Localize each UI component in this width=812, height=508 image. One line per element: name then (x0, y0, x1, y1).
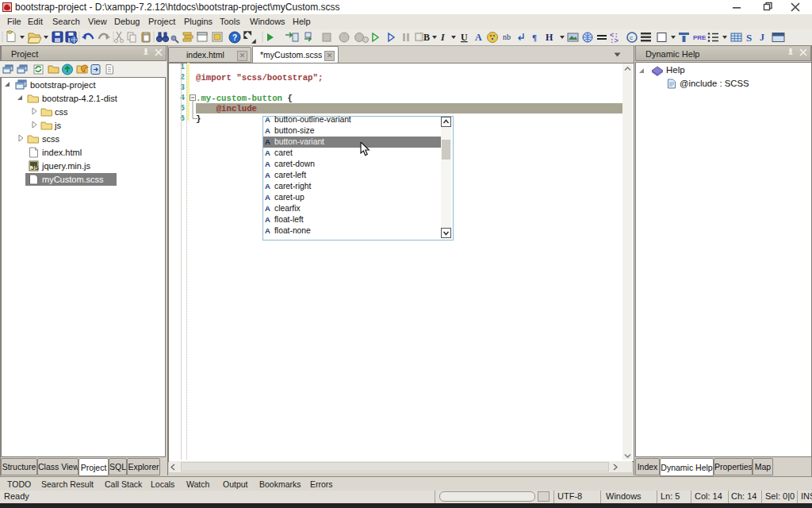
svg-text:c: c (630, 34, 633, 41)
svg-text:¶: ¶ (532, 33, 537, 42)
svg-text:JS: JS (31, 164, 39, 171)
svg-text:PRE: PRE (693, 34, 707, 41)
svg-text:H: H (546, 32, 553, 43)
svg-text:?: ? (232, 33, 237, 42)
svg-text::>: :> (610, 37, 619, 45)
svg-text:I: I (440, 32, 446, 43)
svg-text:B: B (423, 32, 430, 43)
svg-text:A: A (475, 32, 482, 43)
svg-text:S: S (746, 32, 752, 44)
svg-text:U: U (461, 32, 468, 43)
svg-text:nb: nb (503, 33, 511, 41)
svg-text:J: J (760, 32, 764, 43)
